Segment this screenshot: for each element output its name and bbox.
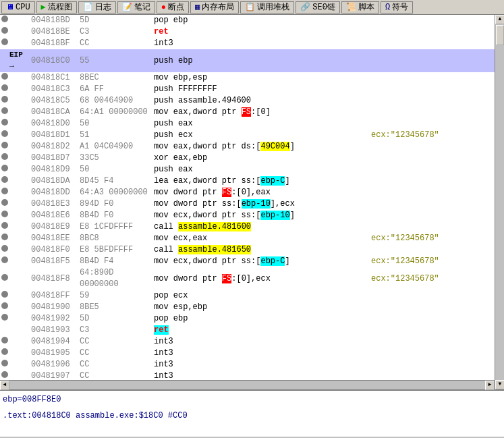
toolbar-note[interactable]: 📝 笔记 [117,1,155,13]
toolbar-sym-label: 符号 [392,1,408,13]
table-row[interactable]: 004818BEC3ret [0,26,495,38]
bp-cell[interactable] [0,84,9,95]
bp-cell[interactable] [0,164,9,175]
table-row[interactable]: 00481906CCint3 [0,359,495,371]
toolbar-stack[interactable]: 📋 调用堆栈 [240,1,294,13]
table-row[interactable]: EIP →004818C055push ebp [0,49,495,72]
table-row[interactable]: 004818C18BECmov ebp,esp [0,72,495,84]
table-row[interactable]: 004818D050push eax [0,118,495,130]
table-row[interactable]: 004818DD64:A3 00000000mov dword ptr FS:[… [0,187,495,198]
table-row[interactable]: 004818BFCCint3 [0,38,495,49]
toolbar-mem[interactable]: ▦ 内存布局 [190,1,239,13]
bp-cell[interactable] [0,336,9,348]
bp-cell[interactable] [0,302,9,313]
table-row[interactable]: 004818D950push eax [0,164,495,175]
table-row[interactable]: 004818F864:890D 00000000mov dword ptr FS… [0,267,495,290]
bp-cell[interactable] [0,118,9,130]
table-row[interactable]: 004818BD5Dpop ebp [0,15,495,26]
table-row[interactable]: 004818E3894D F0mov dword ptr ss:[ebp-10]… [0,198,495,210]
bp-cell[interactable] [0,26,9,38]
bp-cell[interactable] [0,72,9,84]
table-row[interactable]: 004819025Dpop ebp [0,313,495,325]
table-row[interactable]: 004818E68B4D F0mov ecx,dword ptr ss:[ebp… [0,210,495,221]
instr-cell: push ebp [152,49,368,72]
disasm-container[interactable]: 004818BD5Dpop ebp004818BEC3ret004818BFCC… [0,15,495,389]
table-row[interactable]: 004818DA8D45 F4lea eax,dword ptr ss:[ebp… [0,175,495,187]
bp-cell[interactable] [0,290,9,302]
scroll-thumb[interactable] [496,25,504,45]
bytes-cell: 50 [78,164,152,175]
table-row[interactable]: 004818D151push ecxecx:"12345678" [0,130,495,141]
bp-cell[interactable] [0,141,9,153]
disasm-table: 004818BD5Dpop ebp004818BEC3ret004818BFCC… [0,15,495,389]
vertical-scrollbar[interactable]: ▲ ▼ [495,15,504,389]
horizontal-scrollbar[interactable]: ◄ ► [0,380,495,389]
scroll-track[interactable] [495,24,504,380]
instr-cell: mov eax,dword ptr FS:[0] [152,107,368,118]
table-row[interactable]: 004818CA64:A1 00000000mov eax,dword ptr … [0,107,495,118]
bp-cell[interactable] [0,95,9,107]
toolbar-bp-label: 断点 [168,1,184,13]
bp-cell[interactable] [0,175,9,187]
toolbar-script[interactable]: 📜 脚本 [341,1,379,13]
bp-dot [1,73,8,80]
comment-cell [368,187,495,198]
disasm-area[interactable]: 004818BD5Dpop ebp004818BEC3ret004818BFCC… [0,15,495,389]
toolbar-script-label: 脚本 [358,1,374,13]
scroll-down-button[interactable]: ▼ [495,380,504,389]
bp-cell[interactable] [0,210,9,221]
table-row[interactable]: 004818F0E8 5BFDFFFFcall assamble.481650 [0,244,495,256]
bytes-cell: 64:890D 00000000 [78,267,152,290]
bp-cell[interactable] [0,221,9,233]
bp-dot [1,142,8,148]
bp-cell[interactable] [0,49,9,72]
table-row[interactable]: 004818F58B4D F4mov ecx,dword ptr ss:[ebp… [0,256,495,267]
bp-cell[interactable] [0,359,9,371]
bp-cell[interactable] [0,38,9,49]
instr-cell: pop ecx [152,290,368,302]
table-row[interactable]: 004818D2A1 04C04900mov eax,dword ptr ds:… [0,141,495,153]
bp-cell[interactable] [0,153,9,164]
bp-cell[interactable] [0,187,9,198]
bp-cell[interactable] [0,325,9,336]
bp-cell[interactable] [0,244,9,256]
str-icon: 🔗 [300,2,310,12]
scroll-right-button[interactable]: ► [485,381,495,390]
table-row[interactable]: 004818FF59pop ecx [0,290,495,302]
bp-cell[interactable] [0,313,9,325]
table-row[interactable]: 004818C568 00464900push assamble.494600 [0,95,495,107]
table-row[interactable]: 00481903C3ret [0,325,495,336]
bytes-cell: 64:A3 00000000 [78,187,152,198]
comment-cell [368,38,495,49]
addr-cell: 004818DD [30,187,78,198]
bp-cell[interactable] [0,198,9,210]
bp-cell[interactable] [0,267,9,290]
bp-cell[interactable] [0,130,9,141]
table-row[interactable]: 004819008BE5mov esp,ebp [0,302,495,313]
toolbar-mem-label: 内存布局 [202,1,234,13]
bp-cell[interactable] [0,233,9,244]
toolbar-bp[interactable]: ● 断点 [157,1,189,13]
bp-cell[interactable] [0,15,9,26]
table-row[interactable]: 004818C36A FFpush FFFFFFFF [0,84,495,95]
bp-cell[interactable] [0,348,9,359]
bp-cell[interactable] [0,107,9,118]
table-row[interactable]: 00481904CCint3 [0,336,495,348]
toolbar-flow[interactable]: ▶ 流程图 [36,1,77,13]
addr-cell: 004818DA [30,175,78,187]
toolbar-log[interactable]: 📄 日志 [78,1,116,13]
table-row[interactable]: 004818E9E8 1CFDFFFFcall assamble.481600 [0,221,495,233]
scroll-up-button[interactable]: ▲ [495,15,504,24]
table-row[interactable]: 004818EE8BC8mov ecx,eaxecx:"12345678" [0,233,495,244]
comment-cell [368,153,495,164]
horiz-scroll-track[interactable] [9,381,485,389]
table-row[interactable]: 00481905CCint3 [0,348,495,359]
scroll-left-button[interactable]: ◄ [0,381,9,390]
table-row[interactable]: 004818D733C5xor eax,ebp [0,153,495,164]
toolbar-cpu[interactable]: 🖥 CPU [1,1,35,13]
bp-dot [1,130,8,137]
bp-cell[interactable] [0,256,9,267]
toolbar-str[interactable]: 🔗 SE0链 [296,1,340,13]
addr-cell: 004818CA [30,107,78,118]
toolbar-sym[interactable]: Ω 符号 [381,1,413,13]
